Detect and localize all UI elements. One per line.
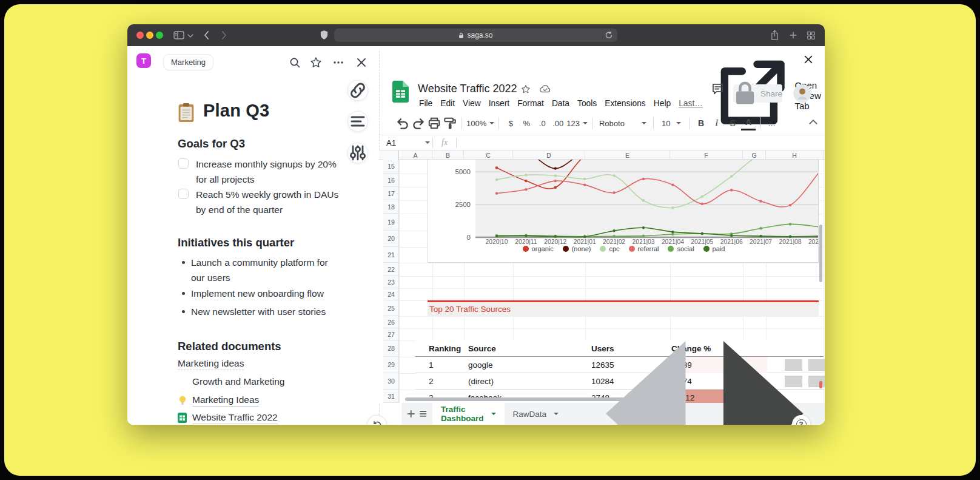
row-header-18[interactable]: 18 bbox=[383, 200, 399, 214]
close-icon[interactable] bbox=[355, 56, 368, 69]
row-header-26[interactable]: 26 bbox=[383, 316, 399, 328]
paint-format-icon[interactable] bbox=[443, 116, 457, 130]
column-header-G[interactable]: G bbox=[743, 150, 766, 160]
sheet-tab-traffic-dashboard[interactable]: Traffic Dashboard bbox=[432, 403, 505, 425]
chevron-down-icon[interactable] bbox=[187, 34, 193, 38]
column-header-H[interactable]: H bbox=[766, 150, 824, 160]
name-box[interactable]: A1 bbox=[379, 138, 432, 147]
more-icon[interactable] bbox=[332, 56, 344, 69]
back-icon[interactable] bbox=[203, 30, 209, 40]
vertical-scrollbar[interactable] bbox=[819, 225, 822, 282]
share-icon[interactable] bbox=[770, 30, 779, 41]
row-header-22[interactable]: 22 bbox=[383, 263, 399, 276]
row-header-25[interactable]: 25 bbox=[383, 300, 399, 316]
column-header-E[interactable]: E bbox=[585, 150, 670, 160]
row-header-28[interactable]: 28 bbox=[383, 340, 399, 357]
search-icon[interactable] bbox=[289, 56, 301, 69]
all-sheets-icon[interactable] bbox=[418, 407, 428, 421]
row-header-23[interactable]: 23 bbox=[383, 276, 399, 288]
traffic-chart[interactable]: 0250050002020|102020|112020|122021|01202… bbox=[428, 160, 819, 263]
cell-source[interactable]: google bbox=[468, 357, 493, 373]
star-icon[interactable] bbox=[521, 84, 531, 94]
more-formats-button[interactable]: 123 bbox=[566, 116, 588, 130]
workspace-avatar[interactable]: T bbox=[136, 53, 151, 68]
row-header-31[interactable]: 31 bbox=[383, 390, 399, 403]
tab-scroll-left-icon[interactable] bbox=[584, 326, 700, 425]
menu-edit[interactable]: Edit bbox=[440, 99, 455, 108]
new-tab-icon[interactable] bbox=[789, 31, 797, 39]
increase-decimal-button[interactable]: .00 bbox=[551, 116, 565, 130]
related-doc-link[interactable]: Marketing Ideas bbox=[178, 394, 259, 406]
row-header-15[interactable]: 15 bbox=[383, 160, 399, 174]
share-button[interactable]: Share bbox=[733, 84, 782, 103]
tab-scroll-right-icon[interactable] bbox=[709, 326, 825, 425]
row-header-27[interactable]: 27 bbox=[383, 328, 399, 340]
cell-source[interactable]: (direct) bbox=[468, 373, 494, 390]
comment-icon[interactable] bbox=[711, 83, 724, 95]
collapse-toolbar-icon[interactable] bbox=[808, 117, 819, 127]
row-header-30[interactable]: 30 bbox=[383, 373, 399, 390]
row-header-17[interactable]: 17 bbox=[383, 187, 399, 200]
row-header-16[interactable]: 16 bbox=[383, 174, 399, 187]
menu-view[interactable]: View bbox=[463, 99, 481, 108]
column-header-D[interactable]: D bbox=[513, 150, 585, 160]
related-doc-link[interactable]: Growth and Marketing bbox=[178, 376, 285, 388]
zoom-traffic-light[interactable] bbox=[156, 32, 163, 39]
close-icon[interactable] bbox=[803, 54, 814, 65]
copy-link-button[interactable] bbox=[347, 80, 368, 101]
menu-tools[interactable]: Tools bbox=[577, 99, 597, 108]
reload-icon[interactable] bbox=[605, 31, 613, 39]
menu-insert[interactable]: Insert bbox=[489, 99, 510, 108]
minimize-traffic-light[interactable] bbox=[146, 32, 153, 39]
related-doc-link[interactable]: Website Traffic 2022 bbox=[178, 411, 278, 424]
text-color-button[interactable]: A bbox=[741, 116, 756, 130]
column-header-B[interactable]: B bbox=[432, 150, 464, 160]
redo-icon[interactable] bbox=[411, 116, 426, 130]
shield-icon[interactable] bbox=[320, 29, 329, 41]
font-select[interactable]: Roboto bbox=[597, 116, 649, 130]
menu-format[interactable]: Format bbox=[517, 99, 544, 108]
row-header-21[interactable]: 21 bbox=[383, 247, 399, 263]
row-header-20[interactable]: 20 bbox=[383, 231, 399, 247]
sheet-tab-rawdata[interactable]: RawData bbox=[505, 403, 568, 425]
checkbox[interactable] bbox=[178, 158, 189, 169]
menu-file[interactable]: File bbox=[419, 99, 432, 108]
print-icon[interactable] bbox=[427, 116, 441, 130]
goal-item[interactable]: Reach 5% weekly growth in DAUs by end of… bbox=[178, 187, 360, 217]
menu-last-edit[interactable]: Last… bbox=[679, 99, 703, 108]
undo-icon[interactable] bbox=[395, 116, 410, 130]
row-header-24[interactable]: 24 bbox=[383, 288, 399, 300]
close-traffic-light[interactable] bbox=[136, 32, 144, 39]
related-doc-link[interactable]: Marketing ideas bbox=[178, 357, 244, 370]
italic-button[interactable]: I bbox=[710, 116, 724, 130]
column-header-C[interactable]: C bbox=[464, 150, 513, 160]
percent-button[interactable]: % bbox=[519, 116, 534, 130]
breadcrumb[interactable]: Marketing bbox=[163, 54, 213, 70]
bold-button[interactable]: B bbox=[694, 116, 708, 130]
spreadsheet-title[interactable]: Website Traffic 2022 bbox=[418, 83, 517, 95]
sidebar-icon[interactable] bbox=[173, 31, 184, 39]
zoom-select[interactable]: 100% bbox=[466, 116, 494, 130]
menu-extensions[interactable]: Extensions bbox=[605, 99, 646, 108]
checkbox[interactable] bbox=[178, 189, 189, 199]
forward-icon[interactable] bbox=[221, 30, 227, 40]
address-bar[interactable]: saga.so bbox=[334, 29, 617, 42]
add-sheet-icon[interactable] bbox=[406, 407, 416, 421]
column-header-A[interactable]: A bbox=[399, 150, 432, 160]
cell-ranking[interactable]: 1 bbox=[429, 357, 434, 373]
strikethrough-button[interactable]: S bbox=[725, 116, 740, 130]
row-header-19[interactable]: 19 bbox=[383, 214, 399, 231]
row-header-29[interactable]: 29 bbox=[383, 357, 399, 373]
decrease-decimal-button[interactable]: .0 bbox=[535, 116, 549, 130]
font-size-select[interactable]: 10 bbox=[658, 116, 685, 130]
outline-button[interactable] bbox=[347, 111, 368, 132]
goal-item[interactable]: Increase monthly signups by 20% for all … bbox=[178, 157, 360, 187]
menu-data[interactable]: Data bbox=[552, 99, 569, 108]
select-all-corner[interactable] bbox=[383, 150, 399, 160]
cell-ranking[interactable]: 2 bbox=[429, 373, 434, 390]
row-headers[interactable]: 1516171819202122232425262728293031 bbox=[383, 160, 399, 403]
currency-button[interactable]: $ bbox=[503, 116, 518, 130]
section-banner[interactable]: Top 20 Traffic Sources bbox=[428, 300, 819, 316]
menu-help[interactable]: Help bbox=[654, 99, 671, 108]
column-headers[interactable]: ABCDEFGH bbox=[379, 150, 825, 160]
